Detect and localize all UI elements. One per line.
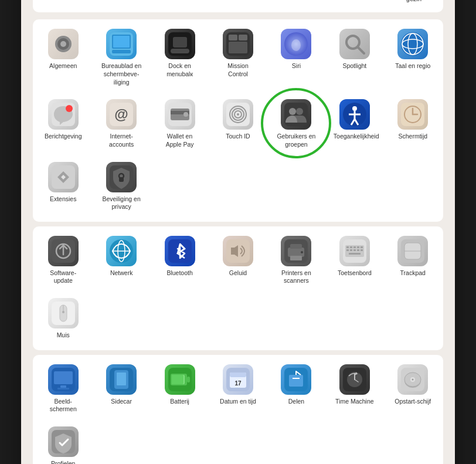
pref-item-toegankelijkheid[interactable]: Toegankelijkheid — [327, 94, 382, 152]
row4-grid: Beeld-schermen Sidecar Batterij 1 — [35, 360, 441, 417]
geluid-icon — [223, 236, 253, 266]
pref-item-spotlight[interactable]: Spotlight — [327, 24, 382, 90]
touchid-icon — [223, 99, 253, 130]
delen-icon — [281, 364, 311, 395]
beeldschermen-icon — [48, 364, 79, 395]
pref-item-touchid[interactable]: Touch ID — [210, 94, 266, 152]
pref-item-missioncontrol[interactable]: Mission Control — [210, 24, 266, 90]
pref-item-printers[interactable]: Printers en scanners — [268, 231, 324, 289]
svg-rect-74 — [353, 249, 356, 251]
user-section: Stefan Apple ID, iCloud, Media en App St… — [33, 0, 443, 12]
printers-label: Printers en scanners — [275, 269, 317, 285]
svg-rect-69 — [353, 246, 356, 248]
beveiliging-icon — [106, 162, 137, 192]
svg-rect-13 — [229, 42, 247, 53]
sidecar-label: Sidecar — [111, 398, 132, 406]
pref-item-profielen[interactable]: Profielen — [35, 422, 91, 464]
toegankelijkheid-label: Toegankelijkheid — [334, 133, 376, 141]
profielen-label: Profielen — [51, 460, 75, 464]
pref-item-extensies[interactable]: Extensies — [35, 157, 91, 215]
pref-item-trackpad[interactable]: Trackpad — [385, 231, 441, 289]
beeldschermen-label: Beeld-schermen — [42, 398, 84, 414]
pref-item-muis[interactable]: Muis — [35, 293, 91, 343]
missioncontrol-label: Mission Control — [217, 62, 259, 78]
gebruikers-label: Gebruikers en groepen — [275, 133, 317, 148]
dock-icon — [165, 29, 195, 59]
svg-rect-68 — [350, 246, 352, 248]
pref-item-opstartschijf[interactable]: Opstart-schijf — [385, 360, 441, 417]
row2b-grid: Extensies Beveiliging en privacy — [35, 157, 441, 215]
row4b-grid: Profielen — [35, 422, 441, 464]
svg-line-17 — [358, 47, 364, 53]
pref-item-algemeen[interactable]: Algemeen — [35, 24, 91, 90]
pref-item-beveiliging[interactable]: Beveiliging en privacy — [93, 157, 149, 215]
netwerk-label: Netwerk — [110, 269, 133, 277]
berichtgeving-label: Berichtgeving — [45, 133, 82, 141]
toegankelijkheid-icon — [339, 99, 370, 130]
pref-item-wallet[interactable]: Wallet en Apple Pay — [152, 94, 208, 152]
svg-point-36 — [289, 108, 296, 115]
svg-rect-97 — [172, 375, 183, 384]
pref-item-bluetooth[interactable]: Bluetooth — [152, 231, 208, 289]
timemachine-icon — [339, 364, 370, 395]
svg-point-15 — [291, 39, 301, 51]
berichtgeving-icon — [48, 99, 79, 130]
pref-item-sidecar[interactable]: Sidecar — [93, 360, 149, 417]
pref-item-beeldschermen[interactable]: Beeld-schermen — [35, 360, 91, 417]
row1b-grid: Berichtgeving @ Internet-accounts Wallet… — [35, 94, 441, 152]
row3-grid: Software-update Netwerk Bluetooth — [35, 231, 441, 289]
pref-item-datumetijd[interactable]: 17 Datum en tijd — [210, 360, 266, 417]
system-preferences-window: ‹ › Systeemvoorkeuren 🔍 — [21, 0, 455, 464]
pref-item-gebruikers[interactable]: Gebruikers en groepen — [268, 94, 324, 152]
missioncontrol-icon — [223, 29, 253, 59]
pref-item-siri[interactable]: Siri — [268, 24, 324, 90]
pref-item-timemachine[interactable]: Time Machine — [327, 360, 382, 417]
bureaublad-icon — [106, 29, 137, 59]
delen-label: Delen — [288, 398, 304, 406]
svg-point-64 — [301, 251, 303, 253]
svg-rect-71 — [361, 246, 363, 248]
pref-item-delen[interactable]: Delen — [268, 360, 324, 417]
datumetijd-icon: 17 — [223, 364, 253, 395]
svg-rect-72 — [346, 249, 349, 251]
pref-item-schermtijd[interactable]: Schermtijd — [385, 94, 441, 152]
algemeen-label: Algemeen — [49, 62, 77, 70]
toetsenbord-label: Toetsenbord — [338, 269, 372, 277]
svg-point-84 — [62, 311, 64, 313]
pref-item-toetsenbord[interactable]: Toetsenbord — [327, 231, 382, 289]
svg-point-34 — [237, 113, 239, 116]
wallet-icon — [165, 99, 195, 130]
family-share-button[interactable]: 👨‍👩‍👧 Delen met gezin — [396, 0, 431, 3]
pref-item-netwerk[interactable]: Netwerk — [93, 231, 149, 289]
pref-item-softwareupdate[interactable]: Software-update — [35, 231, 91, 289]
pref-item-bureaublad[interactable]: Bureaublad en schermbeve­iliging — [93, 24, 149, 90]
siri-label: Siri — [292, 62, 301, 70]
bureaublad-label: Bureaublad en schermbeve­iliging — [100, 62, 142, 86]
svg-rect-9 — [173, 37, 187, 48]
pref-item-taalenregio[interactable]: Taal en regio — [385, 24, 441, 90]
touchid-label: Touch ID — [226, 133, 250, 141]
grid-section-2: Software-update Netwerk Bluetooth — [33, 226, 443, 350]
bluetooth-icon — [165, 236, 195, 266]
extensies-icon — [48, 162, 79, 192]
printers-icon — [281, 236, 311, 266]
svg-rect-70 — [357, 246, 359, 248]
muis-label: Muis — [57, 331, 70, 340]
taalenregio-icon — [397, 29, 428, 59]
spotlight-label: Spotlight — [342, 62, 366, 70]
siri-icon — [281, 29, 311, 59]
pref-item-geluid[interactable]: Geluid — [210, 231, 266, 289]
geluid-label: Geluid — [229, 269, 247, 277]
pref-item-berichtgeving[interactable]: Berichtgeving — [35, 94, 91, 152]
pref-item-dock[interactable]: Dock en menubalк — [152, 24, 208, 90]
pref-item-internetaccounts[interactable]: @ Internet-accounts — [93, 94, 149, 152]
svg-rect-6 — [112, 50, 131, 53]
trackpad-label: Trackpad — [400, 269, 426, 277]
opstartschijf-icon — [397, 364, 428, 395]
row3b-grid: Muis — [35, 293, 441, 343]
batterij-label: Batterij — [170, 398, 189, 406]
svg-point-39 — [352, 106, 357, 111]
toetsenbord-icon — [339, 236, 370, 266]
svg-rect-76 — [361, 249, 363, 251]
pref-item-batterij[interactable]: Batterij — [152, 360, 208, 417]
